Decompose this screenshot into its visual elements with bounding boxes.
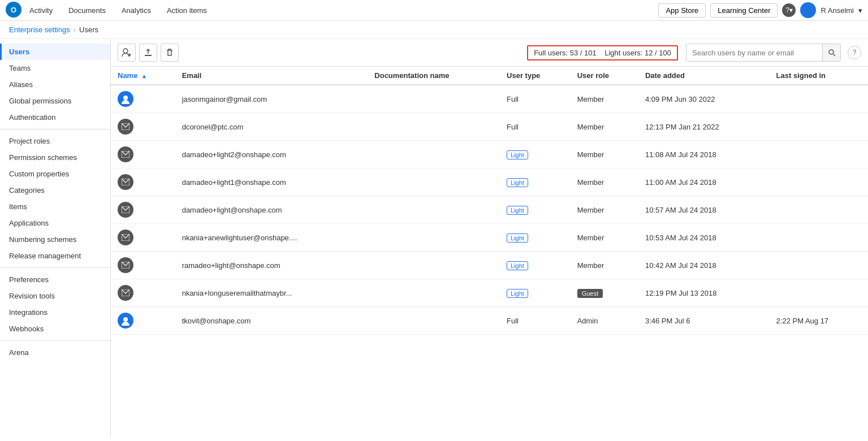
user-type-badge: Light [507,206,528,215]
table-row[interactable]: tkovit@onshape.comFullAdmin3:46 PM Jul 6… [111,307,868,335]
sidebar-divider-1 [0,129,110,129]
learning-center-button[interactable]: Learning Center [710,3,778,18]
table-row[interactable]: dcoronel@ptc.comFullMember12:13 PM Jan 2… [111,113,868,141]
nav-documents[interactable]: Documents [66,0,108,21]
nav-analytics[interactable]: Analytics [119,0,153,21]
search-help-icon[interactable]: ? [848,46,861,59]
sidebar-item-teams[interactable]: Teams [0,60,110,76]
content-area: Full users: 53 / 101 Light users: 12 / 1… [111,39,868,438]
cell-date-added: 10:42 AM Jul 24 2018 [638,252,770,279]
light-users-label: Light users: 12 / 100 [604,49,671,57]
cell-user-role: Member [571,168,638,196]
nav-activity[interactable]: Activity [27,0,55,21]
logo[interactable]: O [6,2,21,19]
top-nav: O Activity Documents Analytics Action it… [0,0,868,21]
sidebar-item-project-roles[interactable]: Project roles [0,133,110,149]
help-dropdown[interactable]: ?▾ [782,3,796,17]
cell-user-type: Light [500,141,571,168]
table-row[interactable]: nkania+longuseremail​thatmaybr...LightGu… [111,279,868,307]
breadcrumb-parent[interactable]: Enterprise settings [9,25,70,34]
sidebar-item-global-permissions[interactable]: Global permissions [0,93,110,109]
table-row[interactable]: ramadeo+light@onshape.comLightMember10:4… [111,252,868,279]
user-avatar-email [118,257,133,273]
sidebar-item-authentication[interactable]: Authentication [0,109,110,126]
svg-text:O: O [11,6,16,14]
col-date-added[interactable]: Date added [638,67,770,85]
cell-date-added: 10:53 AM Jul 24 2018 [638,224,770,252]
cell-name [111,113,175,141]
sidebar-item-integrations[interactable]: Integrations [0,304,110,321]
col-user-type[interactable]: User type [500,67,571,85]
user-dropdown-arrow[interactable]: ▾ [858,6,862,15]
table-row[interactable]: damadeo+light@onshape.comLightMember10:5… [111,196,868,224]
cell-last-signed [770,141,868,168]
cell-last-signed [770,224,868,252]
full-users-label: Full users: 53 / 101 [534,49,597,57]
cell-user-role: Member [571,196,638,224]
cell-user-role: Member [571,85,638,113]
app-store-button[interactable]: App Store [658,3,706,18]
col-user-role[interactable]: User role [571,67,638,85]
sidebar-item-users[interactable]: Users [0,44,110,60]
col-doc-name[interactable]: Documentation name [368,67,500,85]
cell-name [111,279,175,307]
search-box [686,44,841,62]
cell-date-added: 11:00 AM Jul 24 2018 [638,168,770,196]
cell-user-role: Member [571,224,638,252]
sidebar-item-aliases[interactable]: Aliases [0,76,110,93]
user-avatar-circle [118,91,133,107]
user-name[interactable]: R Anselmi [821,6,854,15]
cell-user-type: Light [500,252,571,279]
sidebar-item-applications[interactable]: Applications [0,215,110,231]
user-avatar-email [118,119,133,135]
sidebar-item-preferences[interactable]: Preferences [0,271,110,288]
cell-email: jasonmgainor@gmail.com [175,85,368,113]
table-row[interactable]: damadeo+light2@onshape.comLightMember11:… [111,141,868,168]
table-row[interactable]: damadeo+light1@onshape.comLightMember11:… [111,168,868,196]
svg-point-5 [829,50,834,54]
cell-date-added: 12:13 PM Jan 21 2022 [638,113,770,141]
sidebar-item-custom-properties[interactable]: Custom properties [0,166,110,182]
cell-last-signed: 2:22 PM Aug 17 [770,307,868,335]
top-nav-links: Activity Documents Analytics Action item… [27,0,658,21]
upload-button[interactable] [139,44,157,62]
table-row[interactable]: jasonmgainor@gmail.comFullMember4:09 PM … [111,85,868,113]
search-button[interactable] [822,44,840,61]
sidebar-item-revision-tools[interactable]: Revision tools [0,288,110,304]
table-row[interactable]: nkania+anewlightuser@onshape....LightMem… [111,224,868,252]
col-email[interactable]: Email [175,67,368,85]
cell-email: dcoronel@ptc.com [175,113,368,141]
cell-doc-name [368,307,500,335]
sidebar-item-arena[interactable]: Arena [0,344,110,361]
col-name[interactable]: Name ▲ [111,67,175,85]
sidebar-item-permission-schemes[interactable]: Permission schemes [0,149,110,166]
col-last-signed[interactable]: Last signed in [770,67,868,85]
sidebar-divider-3 [0,340,110,341]
cell-doc-name [368,252,500,279]
nav-action-items[interactable]: Action items [165,0,209,21]
user-avatar-email [118,285,133,301]
cell-last-signed [770,113,868,141]
cell-user-type: Light [500,168,571,196]
sidebar-item-categories[interactable]: Categories [0,182,110,198]
cell-doc-name [368,168,500,196]
cell-date-added: 4:09 PM Jun 30 2022 [638,85,770,113]
search-input[interactable] [686,46,822,60]
cell-user-role: Member [571,141,638,168]
sidebar-item-items[interactable]: Items [0,198,110,215]
sidebar-item-release-management[interactable]: Release management [0,248,110,264]
cell-email: tkovit@onshape.com [175,307,368,335]
user-type-badge: Light [507,178,528,187]
cell-doc-name [368,224,500,252]
sidebar-item-numbering-schemes[interactable]: Numbering schemes [0,231,110,248]
cell-date-added: 11:08 AM Jul 24 2018 [638,141,770,168]
user-type-badge: Light [507,150,528,159]
cell-name [111,224,175,252]
sidebar-item-webhooks[interactable]: Webhooks [0,321,110,337]
cell-doc-name [368,196,500,224]
add-user-button[interactable] [118,44,136,62]
user-avatar-email [118,146,133,162]
cell-user-type: Full [500,307,571,335]
cell-last-signed [770,196,868,224]
delete-button[interactable] [161,44,179,62]
